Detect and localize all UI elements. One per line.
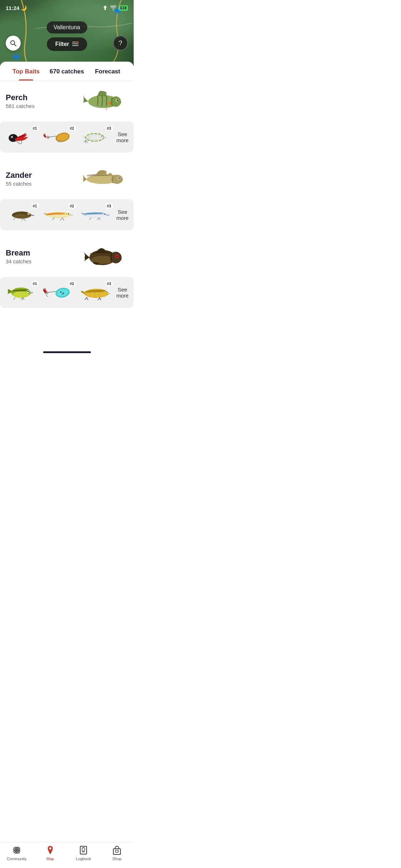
tab-forecast[interactable]: Forecast — [87, 62, 128, 80]
see-more-bream[interactable]: See more — [115, 286, 129, 299]
bait-item-zander-2[interactable]: #2 — [41, 205, 77, 224]
zander-illustration — [82, 165, 128, 192]
svg-point-51 — [68, 213, 69, 214]
svg-point-39 — [119, 178, 119, 178]
fish-image-zander — [82, 165, 128, 192]
see-more-perch[interactable]: See more — [115, 131, 129, 143]
svg-point-55 — [104, 213, 105, 215]
fish-header-zander: Zander 55 catches — [6, 165, 128, 192]
svg-point-53 — [85, 214, 106, 217]
bait-row-zander: #1 — [0, 199, 134, 230]
fish-name-bream: Bream — [6, 248, 32, 258]
filter-icon — [72, 41, 78, 47]
tab-bar: Top Baits 670 catches Forecast — [0, 62, 134, 81]
fish-header-perch: Perch 581 catches — [6, 88, 128, 114]
fish-catches-bream: 34 catches — [6, 258, 32, 264]
spinner-bait-1 — [5, 128, 39, 146]
fish-section-perch: Perch 581 catches — [0, 81, 134, 119]
bait-item-bream-1[interactable]: #1 — [4, 283, 40, 302]
bait-rank-b3: #3 — [106, 281, 113, 286]
diving-lure-1 — [5, 206, 39, 224]
minnow-bait-3 — [79, 206, 113, 224]
svg-point-65 — [117, 255, 118, 257]
svg-point-49 — [47, 214, 70, 217]
svg-point-46 — [28, 213, 29, 214]
bait-rank-1: #1 — [31, 126, 38, 131]
spinner-cyan — [42, 284, 76, 301]
fish-name-zander: Zander — [6, 171, 32, 180]
tab-top-baits[interactable]: Top Baits — [6, 62, 46, 80]
bream-illustration — [82, 243, 128, 270]
tab-active-indicator — [19, 79, 33, 81]
bait-rank-2: #2 — [68, 126, 76, 131]
bait-rank-3: #3 — [106, 126, 113, 131]
bait-item-bream-3[interactable]: #3 — [78, 283, 114, 302]
bait-rank-z1: #1 — [31, 203, 38, 208]
location-name: Vallentuna — [46, 21, 87, 33]
battery-indicator: E18 — [119, 5, 128, 11]
svg-point-71 — [27, 291, 28, 291]
bait-rank-b1: #1 — [31, 281, 38, 286]
svg-point-68 — [12, 291, 29, 298]
svg-point-25 — [47, 136, 49, 138]
svg-point-0 — [14, 55, 18, 59]
svg-point-47 — [13, 214, 29, 218]
spinner-bait-2 — [42, 128, 76, 146]
bait-rank-z2: #2 — [68, 203, 76, 208]
svg-point-29 — [101, 135, 102, 136]
fish-image-perch — [82, 88, 128, 114]
crankbait-green — [5, 284, 39, 301]
bait-item-perch-3[interactable]: #3 — [78, 127, 114, 147]
bait-item-perch-2[interactable]: #2 — [41, 127, 77, 147]
wifi-icon — [110, 5, 117, 10]
status-right: E18 — [102, 5, 128, 11]
help-button[interactable]: ? — [113, 36, 128, 51]
fish-name-perch: Perch — [6, 93, 35, 102]
see-more-zander[interactable]: See more — [115, 209, 129, 221]
fish-image-bream — [82, 243, 128, 270]
svg-point-9 — [76, 41, 77, 43]
fish-section-bream: Bream 34 catches — [0, 236, 134, 274]
tab-catches[interactable]: 670 catches — [46, 62, 87, 80]
svg-rect-30 — [91, 135, 100, 139]
search-icon — [10, 40, 17, 47]
svg-line-5 — [14, 44, 16, 46]
bait-row-bream: #1 — [0, 277, 134, 308]
airplane-icon — [102, 5, 108, 11]
fish-section-zander: Zander 55 catches — [0, 158, 134, 196]
fish-catches-zander: 55 catches — [6, 181, 32, 187]
bait-item-bream-2[interactable]: #2 — [41, 283, 77, 302]
status-bar: 11:24 🌙 E18 — [0, 0, 134, 16]
svg-point-86 — [106, 291, 106, 292]
bait-item-zander-3[interactable]: #3 — [78, 205, 114, 224]
shad-bait — [79, 128, 113, 146]
bait-rank-z3: #3 — [106, 203, 113, 208]
bait-item-perch-1[interactable]: #1 — [4, 127, 40, 147]
fish-header-bream: Bream 34 catches — [6, 243, 128, 270]
bait-item-zander-1[interactable]: #1 — [4, 205, 40, 224]
content-area: Perch 581 catches — [0, 81, 134, 349]
status-time: 11:24 🌙 — [6, 5, 27, 11]
filter-button[interactable]: Filter — [47, 37, 87, 51]
bait-row-perch: #1 — [0, 122, 134, 153]
map-view[interactable]: 11:24 🌙 E18 Vallentuna Filter — [0, 0, 134, 66]
home-indicator — [43, 351, 91, 353]
svg-point-80 — [85, 292, 107, 298]
bait-rank-b2: #2 — [68, 281, 76, 286]
wide-lure-yellow — [79, 284, 113, 301]
search-button[interactable] — [6, 36, 21, 51]
moon-icon: 🌙 — [21, 5, 27, 11]
svg-point-17 — [117, 100, 118, 101]
svg-point-21 — [11, 136, 12, 138]
jerkbait-2 — [42, 206, 76, 224]
bottom-sheet: Top Baits 670 catches Forecast Perch 581… — [0, 62, 134, 349]
perch-illustration — [82, 88, 128, 114]
fish-catches-perch: 581 catches — [6, 103, 35, 109]
